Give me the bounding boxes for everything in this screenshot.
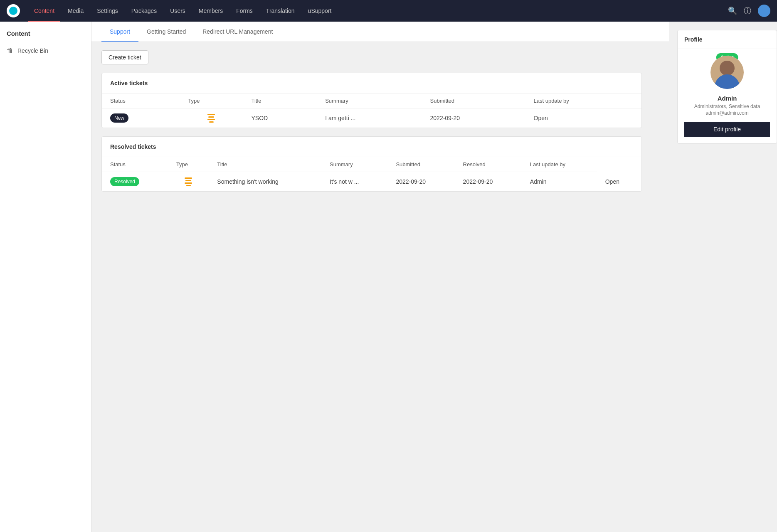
burger-line-1 <box>207 114 215 115</box>
ticket-type-icon <box>188 114 234 123</box>
top-nav: Content Media Settings Packages Users Me… <box>0 0 777 22</box>
tab-redirect-url[interactable]: Redirect URL Management <box>194 22 281 42</box>
nav-item-forms[interactable]: Forms <box>230 4 259 17</box>
title-cell-active[interactable]: YSOD <box>243 108 317 128</box>
col-summary-resolved: Summary <box>321 157 387 172</box>
nav-item-users[interactable]: Users <box>164 4 191 17</box>
nav-item-media[interactable]: Media <box>62 4 89 17</box>
profile-panel: Profile Active Admin Administrators, Sen… <box>669 22 777 532</box>
search-icon[interactable]: 🔍 <box>728 6 737 15</box>
col-title-resolved: Title <box>209 157 321 172</box>
avatar-body <box>715 74 740 89</box>
table-row[interactable]: New YSOD <box>102 108 641 128</box>
content-area: Create ticket Active tickets Status Type… <box>101 50 642 192</box>
avatar-head <box>720 61 735 76</box>
submitted-cell-resolved: 2022-09-20 <box>387 172 454 192</box>
lastupdateby-cell-active: Open <box>525 108 642 128</box>
profile-card-body: Active Admin Administrators, Sensitive d… <box>678 49 777 143</box>
layout: Content 🗑 Recycle Bin Support Getting St… <box>0 22 777 532</box>
profile-card-title: Profile <box>678 30 777 49</box>
col-summary-active: Summary <box>317 94 422 108</box>
profile-email: admin@admin.com <box>684 110 770 116</box>
nav-item-content[interactable]: Content <box>28 4 60 17</box>
active-tickets-title: Active tickets <box>102 73 641 94</box>
resolved-tickets-section: Resolved tickets Status Type Title Summa… <box>101 136 642 192</box>
trash-icon: 🗑 <box>7 47 13 54</box>
profile-role: Administrators, Sensitive data <box>684 103 770 109</box>
burger-line-1 <box>185 177 192 179</box>
logo-inner <box>9 7 17 15</box>
sidebar: Content 🗑 Recycle Bin <box>0 22 91 532</box>
nav-item-translation[interactable]: Translation <box>260 4 301 17</box>
nav-item-packages[interactable]: Packages <box>126 4 163 17</box>
tabs: Support Getting Started Redirect URL Man… <box>91 22 669 42</box>
nav-item-usupport[interactable]: uSupport <box>302 4 338 17</box>
col-lastupdateby-active: Last update by <box>525 94 642 108</box>
sidebar-recycle-bin-label: Recycle Bin <box>17 47 48 54</box>
main-body: Support Getting Started Redirect URL Man… <box>91 22 777 532</box>
sidebar-title: Content <box>0 30 91 44</box>
col-lastupdateby-resolved: Last update by <box>522 157 597 172</box>
resolved-tickets-title: Resolved tickets <box>102 137 641 157</box>
submitted-cell-active: 2022-09-20 <box>422 108 525 128</box>
nav-item-members[interactable]: Members <box>193 4 229 17</box>
active-tickets-section: Active tickets Status Type Title Summary… <box>101 73 642 128</box>
profile-card: Profile Active Admin Administrators, Sen… <box>677 30 777 144</box>
nav-item-settings[interactable]: Settings <box>91 4 124 17</box>
status-cell-resolved: Resolved <box>102 172 168 192</box>
summary-cell-resolved: It's not w ... <box>321 172 387 192</box>
user-avatar[interactable] <box>758 5 770 17</box>
tab-support[interactable]: Support <box>101 22 138 42</box>
burger-line-2 <box>208 116 214 118</box>
burger-line-3 <box>185 182 192 184</box>
action-cell-resolved[interactable]: Open <box>597 172 641 192</box>
status-cell-active: New <box>102 108 180 128</box>
burger-line-2 <box>185 180 191 181</box>
logo[interactable] <box>7 4 20 17</box>
status-badge-resolved: Resolved <box>110 177 139 186</box>
col-status-resolved: Status <box>102 157 168 172</box>
resolved-tickets-table: Status Type Title Summary Submitted Reso… <box>102 157 641 191</box>
col-type-active: Type <box>180 94 243 108</box>
create-ticket-button[interactable]: Create ticket <box>101 50 148 64</box>
col-submitted-active: Submitted <box>422 94 525 108</box>
table-row[interactable]: Resolved So <box>102 172 641 192</box>
lastupdateby-cell-resolved: Admin <box>522 172 597 192</box>
status-badge-new: New <box>110 113 128 123</box>
title-cell-resolved[interactable]: Something isn't working <box>209 172 321 192</box>
burger-line-4 <box>186 185 191 186</box>
col-status-active: Status <box>102 94 180 108</box>
nav-items: Content Media Settings Packages Users Me… <box>28 4 728 17</box>
resolved-cell-resolved: 2022-09-20 <box>455 172 522 192</box>
summary-cell-active: I am getti ... <box>317 108 422 128</box>
ticket-type-icon-resolved <box>176 177 200 186</box>
nav-right: 🔍 ⓘ <box>728 5 770 17</box>
type-cell-active <box>180 108 243 128</box>
avatar <box>710 56 744 89</box>
col-resolved-resolved: Resolved <box>455 157 522 172</box>
col-submitted-resolved: Submitted <box>387 157 454 172</box>
main-content: Support Getting Started Redirect URL Man… <box>91 22 669 532</box>
help-icon[interactable]: ⓘ <box>744 6 751 16</box>
profile-avatar-wrap: Active <box>710 56 744 89</box>
active-tickets-table: Status Type Title Summary Submitted Last… <box>102 94 641 128</box>
burger-line-3 <box>207 119 215 120</box>
edit-profile-button[interactable]: Edit profile <box>684 122 770 137</box>
tab-getting-started[interactable]: Getting Started <box>138 22 194 42</box>
profile-name: Admin <box>684 95 770 102</box>
burger-line-4 <box>209 121 214 123</box>
type-cell-resolved <box>168 172 209 192</box>
sidebar-item-recycle-bin[interactable]: 🗑 Recycle Bin <box>0 44 91 58</box>
col-type-resolved: Type <box>168 157 209 172</box>
col-title-active: Title <box>243 94 317 108</box>
